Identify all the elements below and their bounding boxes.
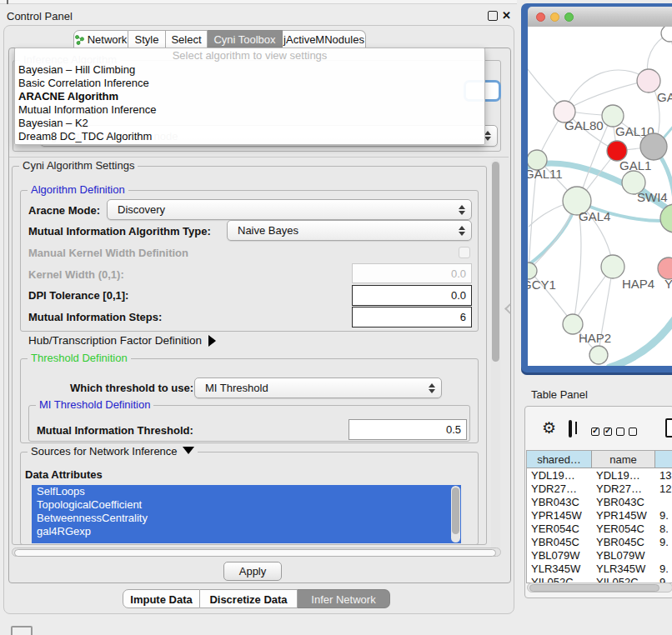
network-canvas[interactable]: GALGAL80GAL10GAL1GAL11SWI4GAL4GCY1HAP4YH…	[528, 27, 672, 366]
table-cell[interactable]	[655, 549, 672, 562]
attribute-list-item[interactable]: gal4RGexp	[32, 525, 461, 538]
node-attribute-table[interactable]: shared…nameYDL19…YDL19…13YDR27…YDR27…12Y…	[526, 450, 672, 583]
table-cell[interactable]	[655, 496, 672, 509]
close-panel-icon[interactable]: ✕	[502, 11, 511, 21]
dropdown-option[interactable]: Dream8 DC_TDC Algorithm	[15, 130, 484, 143]
show-columns-icon[interactable]	[569, 420, 572, 438]
network-node[interactable]	[589, 346, 608, 364]
table-cell[interactable]: YPR145W	[592, 509, 655, 522]
settings-horizontal-scrollbar[interactable]	[12, 548, 501, 557]
spinner-arrows-icon	[484, 131, 491, 141]
minimize-window-icon[interactable]	[550, 12, 559, 22]
table-cell[interactable]: 8.	[655, 522, 672, 536]
table-cell[interactable]: 9.	[655, 536, 672, 549]
table-horizontal-scrollbar[interactable]	[527, 582, 672, 592]
dropdown-option[interactable]: Basic Correlation Inference	[15, 77, 484, 90]
tab-discretize-data[interactable]: Discretize Data	[200, 589, 298, 608]
table-cell[interactable]: YBR043C	[592, 496, 655, 509]
column-header-name[interactable]: name	[592, 451, 655, 468]
table-panel: ⚙ shared…nameYDL19…YDL19…13YDR27…YDR27…1…	[524, 406, 672, 598]
deselect-all-columns-icon[interactable]	[616, 424, 641, 439]
tab-network[interactable]: Network	[73, 30, 128, 48]
mi-steps-label: Mutual Information Steps:	[28, 311, 162, 324]
attribute-list-item[interactable]: TopologicalCoefficient	[32, 498, 461, 512]
collapsed-arrow-icon	[208, 335, 216, 347]
table-cell[interactable]: YBL079W	[527, 549, 592, 562]
manual-kernel-width-checkbox[interactable]	[459, 247, 470, 258]
attributes-list-scrollbar[interactable]	[451, 486, 460, 542]
settings-vertical-scrollbar[interactable]	[491, 159, 500, 556]
tab-label: Style	[135, 33, 159, 46]
table-cell[interactable]: YDR27…	[527, 482, 592, 496]
select-all-columns-icon[interactable]	[591, 424, 616, 439]
table-cell[interactable]: YDL19…	[527, 469, 592, 482]
attribute-list-item[interactable]: BetweennessCentrality	[32, 512, 461, 525]
sources-group-title[interactable]: Sources for Network Inference	[28, 445, 198, 458]
tab-infer-network[interactable]: Infer Network	[298, 589, 390, 608]
network-node-label: HAP4	[622, 277, 654, 291]
tab-label: Cyni Toolbox	[213, 33, 275, 46]
aracne-mode-combobox[interactable]: Discovery	[107, 199, 472, 220]
mi-steps-field[interactable]: 6	[352, 307, 472, 328]
tab-cyni-toolbox[interactable]: Cyni Toolbox	[208, 30, 283, 48]
table-cell[interactable]: YBR043C	[527, 496, 592, 509]
table-cell[interactable]: 9.	[655, 562, 672, 576]
close-window-icon[interactable]	[536, 12, 545, 22]
which-threshold-label: Which threshold to use:	[70, 382, 193, 395]
hub-definition-toggle[interactable]: Hub/Transcription Factor Definition	[28, 334, 216, 348]
dropdown-option[interactable]: Bayesian – K2	[15, 117, 484, 130]
network-node-label: GAL4	[579, 209, 610, 223]
kernel-width-field[interactable]: 0.0	[352, 263, 472, 283]
new-table-icon[interactable]	[665, 418, 672, 438]
table-cell[interactable]: 13	[655, 469, 672, 482]
network-node[interactable]	[640, 133, 667, 160]
table-cell[interactable]: YER054C	[592, 522, 655, 536]
mi-algorithm-type-combobox[interactable]: Naive Bayes	[227, 220, 472, 241]
cyni-mode-tabbar: Impute DataDiscretize DataInfer Network	[0, 589, 517, 609]
tab-select[interactable]: Select	[166, 30, 208, 48]
table-cell[interactable]: YBR045C	[527, 536, 592, 549]
tab-impute-data[interactable]: Impute Data	[123, 589, 200, 608]
manual-kernel-width-label: Manual Kernel Width Definition	[28, 247, 188, 260]
float-panel-icon[interactable]	[488, 11, 498, 21]
table-cell[interactable]: 9.	[655, 509, 672, 522]
attribute-list-item[interactable]: SelfLoops	[32, 485, 461, 498]
apply-button[interactable]: Apply	[223, 562, 282, 581]
dpi-tolerance-field[interactable]: 0.0	[352, 285, 472, 306]
top-tick	[7, 0, 8, 4]
algorithm-dropdown-list: Bayesian – Hill ClimbingBasic Correlatio…	[15, 63, 484, 143]
table-cell[interactable]: 12	[655, 482, 672, 496]
which-threshold-combobox[interactable]: MI Threshold	[194, 378, 442, 398]
column-header[interactable]	[655, 451, 672, 468]
table-cell[interactable]: YPR145W	[527, 509, 592, 522]
kernel-width-label: Kernel Width (0,1):	[28, 268, 124, 282]
attribute-list-item[interactable]	[32, 538, 461, 543]
network-node-gal[interactable]	[637, 69, 660, 92]
tab-style[interactable]: Style	[128, 30, 166, 48]
network-node-label: GAL80	[564, 118, 604, 132]
network-window-titlebar[interactable]	[528, 7, 672, 28]
table-cell[interactable]: YBL079W	[592, 549, 655, 562]
sources-title-text: Sources for Network Inference	[31, 445, 178, 458]
minimized-window-chip[interactable]	[11, 626, 33, 635]
dropdown-option[interactable]: Mutual Information Inference	[15, 103, 484, 117]
mi-threshold-field[interactable]: 0.5	[349, 419, 467, 440]
table-cell[interactable]: YLR345W	[592, 562, 655, 576]
data-attributes-list[interactable]: SelfLoopsTopologicalCoefficientBetweenne…	[32, 485, 461, 543]
table-cell[interactable]: YDR27…	[592, 482, 655, 496]
tab-jactivemnodules[interactable]: jActiveMNodules	[283, 30, 366, 48]
table-cell[interactable]: YDL19…	[592, 469, 655, 482]
content-separator	[9, 157, 509, 158]
column-header-shared[interactable]: shared…	[527, 451, 592, 468]
dropdown-option[interactable]: ARACNE Algorithm	[15, 90, 484, 103]
table-settings-gear-icon[interactable]: ⚙	[542, 420, 556, 437]
mi-threshold-definition-title: MI Threshold Definition	[36, 398, 153, 412]
table-cell[interactable]: YLR345W	[527, 562, 592, 576]
zoom-window-icon[interactable]	[564, 12, 574, 22]
table-cell[interactable]: YBR045C	[592, 536, 655, 549]
table-cell[interactable]: YER054C	[527, 522, 592, 536]
network-node-hap4[interactable]	[601, 255, 624, 278]
dropdown-option[interactable]: Bayesian – Hill Climbing	[15, 63, 484, 77]
network-node-label: Y	[664, 277, 672, 291]
algorithm-dropdown-popup: Select algorithm to view settings Bayesi…	[14, 48, 485, 145]
